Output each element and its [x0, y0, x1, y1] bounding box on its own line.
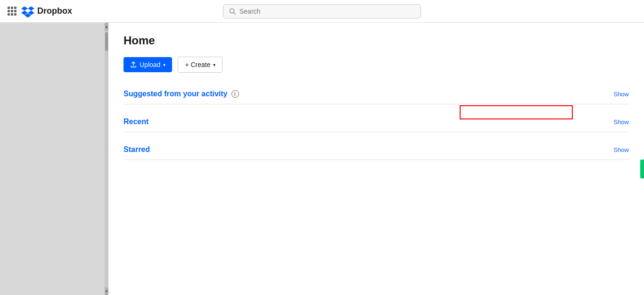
recent-section-title: Recent — [124, 118, 149, 126]
suggested-info-icon[interactable]: i — [231, 90, 239, 98]
scroll-down-arrow[interactable]: ▼ — [105, 287, 108, 295]
toolbar: Upload ▾ + Create ▾ — [124, 57, 629, 73]
grid-menu-icon[interactable] — [8, 7, 17, 16]
suggested-title-group: Suggested from your activity i — [124, 90, 239, 98]
starred-section: Starred Show — [124, 140, 629, 160]
upload-chevron-icon: ▾ — [163, 62, 165, 67]
search-input[interactable] — [239, 8, 415, 15]
starred-title-group: Starred — [124, 145, 150, 154]
suggested-section-title: Suggested from your activity — [124, 90, 228, 98]
upload-icon — [130, 61, 137, 68]
upload-button[interactable]: Upload ▾ — [124, 57, 172, 72]
search-wrapper[interactable] — [223, 4, 421, 18]
recent-show-button[interactable]: Show — [613, 118, 629, 126]
create-label: + Create — [185, 61, 210, 68]
scrollbar[interactable]: ▲ ▼ — [105, 23, 108, 295]
create-button[interactable]: + Create ▾ — [178, 57, 223, 73]
suggested-section: Suggested from your activity i Show — [124, 84, 629, 104]
dropbox-logo-icon — [21, 5, 34, 18]
scroll-up-arrow[interactable]: ▲ — [105, 23, 108, 30]
search-icon — [229, 8, 236, 15]
recent-section-header: Recent Show — [124, 112, 629, 132]
content-area: Home Upload ▾ + Create ▾ Suggested from … — [108, 23, 644, 295]
recent-section: Recent Show — [124, 112, 629, 132]
suggested-section-header: Suggested from your activity i Show — [124, 84, 629, 104]
create-chevron-icon: ▾ — [213, 62, 215, 67]
upload-label: Upload — [140, 61, 160, 68]
starred-section-header: Starred Show — [124, 140, 629, 160]
suggested-show-button[interactable]: Show — [613, 91, 629, 98]
starred-section-title: Starred — [124, 145, 150, 154]
search-bar — [223, 4, 421, 18]
starred-show-button[interactable]: Show — [613, 146, 629, 153]
scroll-thumb[interactable] — [105, 32, 108, 51]
logo-text: Dropbox — [37, 6, 72, 16]
green-scroll-indicator — [640, 160, 644, 178]
header-left: Dropbox — [8, 5, 72, 18]
logo[interactable]: Dropbox — [21, 5, 72, 18]
recent-title-group: Recent — [124, 118, 149, 126]
page-title: Home — [124, 34, 629, 47]
header: Dropbox — [0, 0, 644, 23]
sidebar: ▲ ▼ — [0, 23, 108, 295]
main-layout: ▲ ▼ Home Upload ▾ + Create ▾ — [0, 23, 644, 295]
